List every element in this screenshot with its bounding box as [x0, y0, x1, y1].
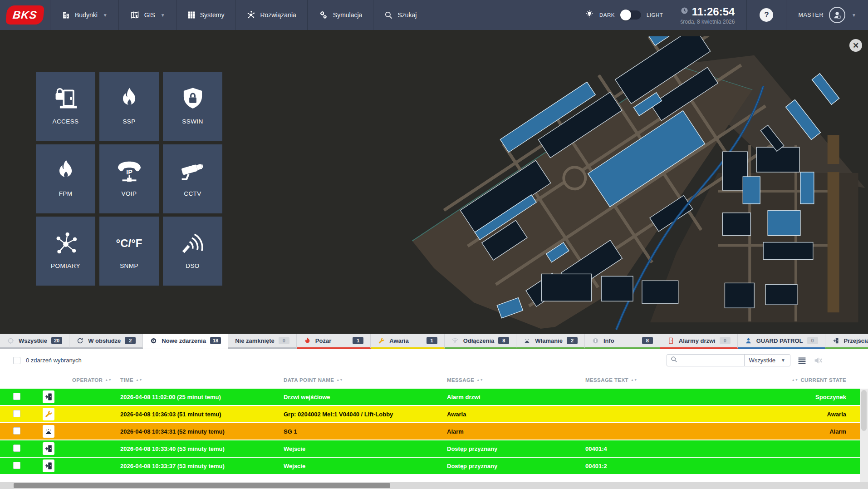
sort-icon[interactable]: ▲▼ [476, 379, 483, 381]
nav-item-systemy[interactable]: Systemy [176, 0, 235, 30]
row-checkbox[interactable] [13, 393, 20, 400]
tab-przejscia-kd[interactable]: Przejścia KD 8 [825, 334, 868, 349]
door-access-icon [43, 390, 54, 403]
table-row[interactable]: 2026-04-08 10:33:37 (53 minuty temu) Wej… [0, 458, 860, 474]
row-checkbox[interactable] [13, 410, 20, 417]
flame-icon [117, 86, 142, 112]
tile-pomiary[interactable]: POMIARY [36, 217, 95, 286]
event-search-input[interactable] [680, 357, 735, 364]
clock-date: środa, 8 kwietnia 2026 [680, 19, 735, 25]
info-icon [592, 337, 599, 344]
tab-nowe-zdarzenia[interactable]: Nowe zdarzenia 18 [143, 334, 228, 349]
campus-site-map[interactable] [405, 36, 868, 331]
door-icon [667, 337, 675, 344]
camera-icon [179, 158, 206, 184]
nav-item-szukaj[interactable]: Szukaj [373, 0, 427, 30]
door-arrow-icon [832, 337, 840, 344]
tab-pozar[interactable]: Pożar 1 [297, 334, 371, 349]
tab-odlaczenia[interactable]: Odłączenia 8 [445, 334, 517, 349]
nav-item-label: Budynki [75, 11, 98, 19]
cell-data-point: Wejscie [279, 463, 442, 469]
col-header-time[interactable]: TIME▲▼ [116, 377, 279, 383]
nav-item-label: Szukaj [397, 11, 417, 19]
tile-dso[interactable]: DSO [163, 217, 222, 286]
list-view-icon[interactable] [798, 357, 806, 364]
sort-icon[interactable]: ▲▼ [136, 379, 142, 381]
cell-data-point: Grp: 0204002 Mel:1 V04040 / Lift-Lobby [279, 411, 442, 418]
user-menu[interactable]: MASTER ▼ [786, 7, 868, 23]
door-lock-icon [52, 86, 79, 112]
scrollbar-thumb[interactable] [14, 483, 390, 488]
cell-message: Dostęp przyznany [442, 445, 581, 452]
col-header-message[interactable]: MESSAGE▲▼ [442, 377, 581, 383]
search-box [667, 355, 744, 366]
scrollbar-thumb[interactable] [861, 390, 867, 431]
tab-wszystkie[interactable]: Wszystkie 20 [0, 334, 69, 349]
selected-count-label: 0 zdarzeń wybranych [26, 357, 82, 364]
tile-snmp[interactable]: °C/°F SNMP [99, 217, 159, 286]
tab-label: Odłączenia [463, 337, 495, 344]
event-filter-select[interactable]: Wszystkie ▼ [744, 355, 790, 366]
theme-toggle[interactable] [620, 10, 641, 20]
cell-message: Alarm [442, 428, 581, 435]
col-header-current-state[interactable]: ▲▼CURRENT STATE [762, 377, 860, 383]
tile-ssp[interactable]: SSP [99, 72, 159, 141]
tab-info[interactable]: Info 8 [585, 334, 660, 349]
bks-application: BKS Budynki ▼ GIS ▼ Systemy [0, 0, 868, 489]
sort-icon[interactable]: ▲▼ [792, 379, 799, 381]
row-checkbox[interactable] [13, 462, 20, 469]
vertical-scrollbar[interactable] [860, 389, 868, 489]
tile-fpm[interactable]: FPM [36, 144, 95, 213]
cell-message: Awaria [442, 411, 581, 418]
table-row[interactable]: 2026-04-08 10:33:40 (53 minuty temu) Wej… [0, 440, 860, 457]
tab-guard-patrol[interactable]: GUARD PATROL 0 [738, 334, 825, 349]
tile-label: FPM [59, 190, 73, 197]
tile-access[interactable]: ACCESS [36, 72, 95, 141]
clock-time: 11:26:54 [692, 5, 735, 18]
cell-time: 2026-04-08 10:33:40 (53 minuty temu) [116, 445, 279, 452]
avatar [829, 7, 845, 23]
tab-alarmy-drzwi[interactable]: Alarmy drzwi 0 [660, 334, 738, 349]
tile-sswin[interactable]: SSWIN [163, 72, 222, 141]
person-icon [745, 337, 752, 344]
tab-nie-zamkniete[interactable]: Nie zamknięte 0 [228, 334, 297, 349]
row-checkbox[interactable] [13, 427, 20, 435]
bks-logo: BKS [5, 5, 44, 25]
cell-data-point: SG 1 [279, 428, 442, 435]
nav-item-budynki[interactable]: Budynki ▼ [50, 0, 118, 30]
table-row[interactable]: 2026-04-08 10:34:31 (52 minuty temu) SG … [0, 423, 860, 440]
table-row[interactable]: 2026-04-08 10:36:03 (51 minut temu) Grp:… [0, 406, 860, 422]
col-header-operator[interactable]: OPERATOR▲▼ [68, 377, 116, 383]
cell-time: 2026-04-08 10:36:03 (51 minut temu) [116, 411, 279, 418]
tab-awaria[interactable]: Awaria 1 [371, 334, 444, 349]
tile-label: SSP [123, 118, 135, 125]
tile-cctv[interactable]: CCTV [163, 144, 222, 213]
help-button[interactable]: ? [760, 8, 773, 22]
nav-item-symulacja[interactable]: Symulacja [307, 0, 373, 30]
col-header-data-point[interactable]: DATA POINT NAME▲▼ [279, 377, 442, 383]
row-checkbox[interactable] [13, 445, 20, 452]
sound-muted-icon[interactable] [814, 356, 823, 365]
tile-label: DSO [186, 262, 199, 269]
col-header-message-text[interactable]: MESSAGE TEXT▲▼ [581, 377, 762, 383]
flame-icon [304, 337, 311, 344]
tab-wlamanie[interactable]: Włamanie 2 [516, 334, 585, 349]
nav-item-rozwiazania[interactable]: Rozwiązania [235, 0, 307, 30]
eye-icon [150, 337, 157, 344]
sort-icon[interactable]: ▲▼ [336, 379, 343, 381]
tab-label: Przejścia KD [844, 337, 868, 344]
nav-item-gis[interactable]: GIS ▼ [118, 0, 176, 30]
light-mode-label: LIGHT [647, 12, 663, 18]
table-row[interactable]: 2026-04-08 11:02:00 (25 minut temu) Drzw… [0, 389, 860, 405]
select-all-checkbox[interactable] [13, 357, 20, 364]
tile-voip[interactable]: IP VOIP [99, 144, 159, 213]
tab-w-obsludze[interactable]: W obsłudze 2 [69, 334, 143, 349]
grid-icon [187, 11, 196, 19]
toolbar-right: Wszystkie ▼ [667, 354, 823, 366]
sort-icon[interactable]: ▲▼ [631, 379, 638, 381]
close-icon[interactable]: ✕ [849, 39, 862, 52]
temperature-units-icon: °C/°F [116, 231, 142, 256]
sort-icon[interactable]: ▲▼ [105, 379, 112, 381]
horizontal-scrollbar[interactable] [0, 482, 868, 489]
logo-wrap[interactable]: BKS [0, 0, 50, 30]
